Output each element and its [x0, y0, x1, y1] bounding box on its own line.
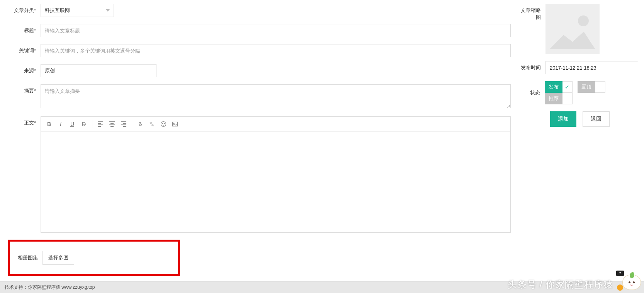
source-input[interactable] [41, 64, 156, 77]
status-publish-label: 发布 [545, 81, 562, 93]
keywords-label: 关键词* [6, 44, 41, 54]
svg-point-1 [162, 123, 163, 124]
category-label: 文章分类* [6, 4, 41, 14]
svg-point-4 [173, 123, 174, 124]
back-button[interactable]: 返回 [583, 111, 610, 127]
align-right-icon[interactable] [118, 118, 129, 130]
summary-textarea[interactable] [41, 84, 511, 108]
add-button[interactable]: 添加 [550, 111, 576, 127]
link-icon[interactable] [134, 118, 146, 130]
toolbar-separator [92, 120, 92, 128]
category-select[interactable]: 科技互联网 [41, 4, 114, 17]
publish-time-label: 发布时间 [518, 64, 545, 71]
italic-icon[interactable]: I [55, 118, 66, 130]
mascot-badge: 7 [616, 271, 624, 276]
gallery-highlight-box: 相册图集 选择多图 [8, 240, 180, 276]
content-editor[interactable] [41, 132, 510, 232]
svg-rect-3 [173, 122, 178, 126]
status-publish-toggle[interactable]: 发布 ✓ [545, 81, 573, 93]
gallery-label: 相册图集 [15, 254, 42, 261]
editor-toolbar: B I U D [41, 117, 510, 132]
publish-time-input[interactable] [545, 61, 638, 74]
underline-icon[interactable]: U [66, 118, 78, 130]
chevron-down-icon [106, 9, 110, 12]
mascot-icon: 7 [619, 269, 642, 276]
image-icon[interactable] [169, 118, 181, 130]
keywords-input[interactable] [41, 44, 511, 57]
align-left-icon[interactable] [95, 118, 106, 130]
status-recommend-label: 推荐 [545, 93, 562, 104]
thumbnail-picker[interactable] [545, 4, 600, 54]
check-icon: ✓ [565, 84, 569, 90]
thumbnail-label: 文章缩略图 [518, 4, 545, 21]
toolbar-separator [132, 120, 132, 128]
title-input[interactable] [41, 24, 511, 37]
unlink-icon[interactable] [146, 118, 158, 130]
svg-point-0 [161, 122, 166, 127]
status-sticky-toggle[interactable]: 置顶 [578, 81, 605, 93]
svg-point-2 [164, 123, 165, 124]
source-label: 来源* [6, 64, 41, 74]
content-label: 正文* [6, 116, 41, 126]
strikethrough-icon[interactable]: D [78, 118, 90, 130]
title-label: 标题* [6, 24, 41, 34]
status-recommend-toggle[interactable]: 推荐 [545, 93, 573, 104]
summary-label: 摘要* [6, 84, 41, 94]
image-placeholder-icon [550, 32, 595, 49]
status-label: 状态 [518, 89, 545, 96]
emoji-icon[interactable] [158, 118, 169, 130]
select-images-button[interactable]: 选择多图 [42, 251, 74, 265]
status-sticky-label: 置顶 [578, 81, 595, 93]
bold-icon[interactable]: B [43, 118, 55, 130]
image-placeholder-icon [578, 15, 589, 26]
category-value: 科技互联网 [45, 7, 70, 14]
align-center-icon[interactable] [106, 118, 118, 130]
